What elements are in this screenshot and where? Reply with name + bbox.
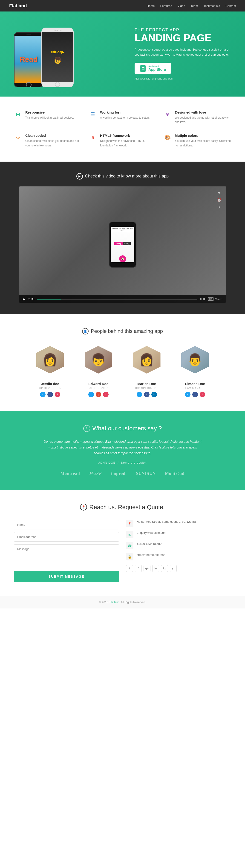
video-badges: HD Vimeo (200, 298, 222, 301)
navbar: Flatland Home Features Video Team Testim… (0, 0, 245, 11)
social-tw-contact[interactable]: t (126, 565, 133, 572)
social-ig-edward[interactable]: i (103, 392, 109, 397)
email-input[interactable] (14, 532, 119, 541)
social-tw-simone[interactable]: t (185, 392, 190, 397)
video-progress-bar[interactable] (37, 299, 197, 300)
hero-title: Landing Page (134, 32, 231, 43)
nav-link-contact[interactable]: Contact (225, 4, 236, 8)
app-screen-tags: classy rowdy (111, 232, 134, 255)
hero-subtitle: The Perfect App (134, 28, 231, 32)
member-name-simone: Simone Doe (174, 382, 216, 386)
video-title: ▶ Check this video to know more about th… (14, 173, 231, 180)
hexagon-simone: 👨 (179, 346, 211, 378)
video-player[interactable]: What do you want to be right now? classy… (19, 186, 226, 303)
social-fb-jerslin[interactable]: f (48, 392, 53, 397)
feature-responsive-text: Responsive This theme will look great in… (25, 110, 74, 120)
footer-brand[interactable]: Flatland. (110, 601, 120, 604)
team-member-simone: 👨 Simone Doe TEAM MANAGER t f i (174, 344, 216, 397)
feature-form-desc: A working contact form so easy to setup. (100, 116, 150, 120)
social-yt-contact[interactable]: yt (170, 565, 177, 572)
team-section: 👤 People behind this amazing app 👩 Jersl… (0, 314, 245, 411)
play-circle-icon: ▶ (76, 173, 83, 180)
avatar-simone: 👨 (181, 346, 209, 374)
brand-text-flat: Flat (9, 3, 18, 8)
social-fb-marlen[interactable]: f (144, 392, 150, 397)
member-social-jerslin: t f i (29, 392, 71, 397)
name-input[interactable] (14, 520, 119, 529)
social-tw-jerslin[interactable]: t (40, 392, 45, 397)
hd-badge: HD (208, 298, 213, 301)
feature-designed-text: Designed with love We designed this them… (175, 110, 231, 124)
app-screen: What do you want to be right now? classy… (111, 227, 134, 262)
phone-white: 14:56 PM educa▶ 👦 (41, 28, 73, 87)
social-ig-jerslin[interactable]: i (55, 392, 60, 397)
social-fb-contact[interactable]: f (135, 565, 142, 572)
avatar-edward: 👦 (85, 346, 112, 374)
feature-clean-desc: Clean coded: Will make you update and ru… (25, 139, 82, 148)
pin-icon: 📍 (80, 504, 87, 510)
website-text: https://theme.express (136, 553, 165, 557)
social-ig-contact[interactable]: ig (161, 565, 168, 572)
heart-icon: ♥ (163, 110, 172, 119)
social-gp-contact[interactable]: g+ (144, 565, 150, 572)
brand-logo-3: SUNISUN (136, 471, 156, 476)
footer: © 2016. Flatland. All Rights Reserved. (0, 596, 245, 609)
testimonials-title: ❝ What our customers say ? (14, 425, 231, 432)
team-member-edward: 👦 Edward Doe UI DESIGNER t g i (78, 344, 119, 397)
social-ig-simone[interactable]: i (200, 392, 205, 397)
brand-text-land: land (18, 3, 27, 8)
brand-logos: Montréad MUSE improd. SUNISUN Montréad (14, 471, 231, 476)
feature-responsive: ⊞ Responsive This theme will look great … (14, 110, 82, 124)
nav-link-team[interactable]: Team (191, 4, 198, 8)
person-icon: 👤 (82, 328, 89, 335)
tag-rowdy: rowdy (123, 242, 131, 245)
brand-logo-4: Montréad (165, 471, 184, 476)
form-icon: ☰ (89, 110, 97, 119)
video-time: 01:35 (28, 298, 34, 301)
html5-icon: 5 (89, 133, 97, 142)
contact-address: 📍 No 53, Abc Street, Some country, SC 12… (126, 520, 232, 527)
phone-screen-black: Read (14, 36, 43, 83)
social-li-contact[interactable]: in (152, 565, 159, 572)
feature-working-form: ☰ Working form A working contact form so… (89, 110, 156, 124)
hero-description: Praesent consequat eu arcu eget tincidun… (134, 47, 231, 57)
video-play-button[interactable]: ▶ (23, 297, 25, 301)
hero-content: The Perfect App Landing Page Praesent co… (134, 28, 231, 81)
feature-responsive-desc: This theme will look great in all device… (25, 116, 74, 120)
nav-link-features[interactable]: Features (160, 4, 172, 8)
feature-responsive-title: Responsive (25, 110, 74, 114)
social-li-marlen[interactable]: in (151, 392, 157, 397)
nav-link-home[interactable]: Home (147, 4, 155, 8)
nav-link-testimonials[interactable]: Testimonials (204, 4, 220, 8)
colors-icon: 🎨 (163, 133, 172, 142)
submit-button[interactable]: SUBMIT MESSAGE (14, 571, 119, 582)
video-progress-fill (37, 299, 61, 300)
nav-link-video[interactable]: Video (178, 4, 185, 8)
form-group-message (14, 544, 119, 568)
contact-email: ✉ Enquiry@website.com (126, 531, 232, 538)
appstore-big-text: App Store (148, 68, 166, 72)
hexagon-jerslin: 👩 (34, 346, 66, 378)
contact-title-text: Reach us. Request a Quote. (89, 504, 165, 511)
vimeo-label: Vimeo (215, 298, 222, 301)
social-gp-edward[interactable]: g (96, 392, 101, 397)
responsive-icon: ⊞ (14, 110, 22, 119)
social-fb-simone[interactable]: f (192, 392, 198, 397)
video-controls: ▶ 01:35 HD Vimeo (19, 296, 226, 303)
brand-logo-0: Montréad (61, 471, 80, 476)
contact-section: 📍 Reach us. Request a Quote. SUBMIT MESS… (0, 490, 245, 596)
feature-html5-text: HTML5 framework Designed with the advanc… (100, 133, 156, 148)
contact-phone: ☎ +1800 1234 56789 (126, 542, 232, 549)
phone-black: Read (14, 32, 44, 87)
social-tw-marlen[interactable]: t (136, 392, 142, 397)
member-role-jerslin: WP DEVELOPER (29, 386, 71, 390)
brand-logo-1: MUSE (89, 471, 102, 476)
message-input[interactable] (14, 544, 119, 567)
video-thumbnail: What do you want to be right now? classy… (19, 186, 226, 303)
social-tw-edward[interactable]: t (88, 392, 94, 397)
video-title-text: Check this video to know more about this… (85, 174, 169, 179)
feature-form-title: Working form (100, 110, 150, 114)
appstore-button[interactable]: ◻ Available in App Store (134, 63, 171, 74)
feature-designed-title: Designed with love (175, 110, 231, 114)
testimonials-section: ❝ What our customers say ? Donec element… (0, 411, 245, 490)
